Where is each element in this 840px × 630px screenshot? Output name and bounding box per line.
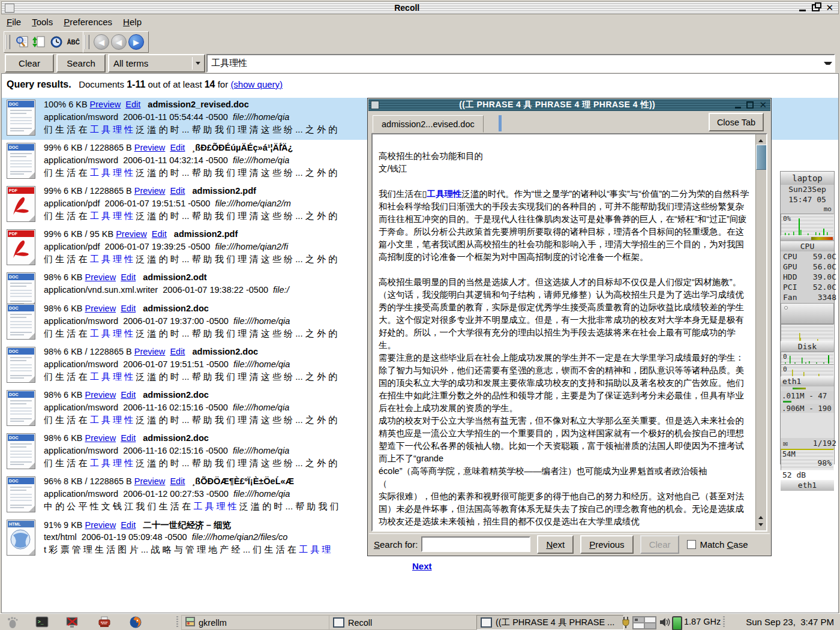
gkrellm-cpu-chart[interactable]: 0%	[781, 214, 834, 236]
workspace-pager[interactable]	[632, 616, 656, 629]
chevron-down-icon[interactable]	[192, 57, 203, 70]
gkrellm-temps: CPU59.0CGPU56.0CHDD39.0CPCI52.0C	[781, 251, 834, 292]
toolbar-grip[interactable]	[5, 35, 10, 49]
preview-content[interactable]: 高校招生的社会功能和目的 文/钱江我们生活在▯工具理性泛滥的时代。作为“世之显学…	[371, 133, 767, 532]
nav-forward-icon[interactable]: ▶	[128, 34, 144, 50]
edit-link[interactable]: Edit	[170, 476, 185, 486]
clear-button[interactable]: Clear	[5, 54, 54, 73]
preview-search-icon[interactable]	[14, 34, 30, 50]
snippet-text: 泛 滥 的 时 ... 帮 助 我 们	[237, 501, 339, 511]
find-previous-button[interactable]: Previous	[580, 535, 633, 554]
task-button-preview[interactable]: ((工 PHRASE 4 具 PHRASE ...	[476, 615, 624, 630]
result-title: admission2.odt	[143, 272, 206, 282]
preview-link[interactable]: Preview	[85, 520, 116, 530]
preview-link[interactable]: Preview	[134, 347, 166, 356]
gkrellm-mail[interactable]: ✉1/192	[781, 438, 839, 449]
menu-file[interactable]: File	[1, 16, 26, 28]
xkill-icon[interactable]	[65, 615, 79, 629]
preview-paragraph: 我们生活在▯工具理性泛滥的时代。作为“世之显学”的诸种以“事实”与“价值”的二分…	[379, 188, 749, 263]
result-title: ¸ßÕÐÖÆ¶È£ºÏ¡È±ÖеĹ«Æ	[193, 476, 295, 486]
preview-text[interactable]: 高校招生的社会功能和目的 文/钱江我们生活在▯工具理性泛滥的时代。作为“世之显学…	[373, 134, 756, 530]
maximize-icon[interactable]	[812, 4, 820, 11]
edit-link[interactable]: Edit	[170, 143, 185, 152]
preview-link[interactable]: Preview	[134, 186, 166, 196]
edit-link[interactable]: Edit	[152, 229, 167, 239]
preview-link[interactable]: Preview	[85, 390, 116, 400]
show-query-link[interactable]: (show query)	[230, 79, 283, 89]
gnome-menu-icon[interactable]	[5, 615, 19, 629]
window-menu-button[interactable]	[5, 4, 14, 13]
main-titlebar[interactable]: Recoll ✕	[1, 1, 839, 14]
match-case-label[interactable]: Match Case	[700, 539, 748, 550]
result-url: file:///home/qia	[233, 316, 290, 326]
nav-back-icon[interactable]: ◀	[111, 34, 127, 50]
edit-link[interactable]: Edit	[121, 433, 136, 443]
edit-link[interactable]: Edit	[121, 390, 136, 400]
snippet-text: 中 的 公 平 性 文 钱 江 我 们 生 活 在	[44, 501, 193, 511]
scrollbar-thumb[interactable]	[756, 145, 767, 170]
search-button[interactable]: Search	[56, 54, 106, 73]
history-clock-icon[interactable]	[49, 34, 64, 50]
menu-preferences[interactable]: Preferences	[58, 16, 118, 28]
maximize-icon[interactable]	[746, 101, 754, 109]
workspace-2[interactable]	[644, 617, 656, 623]
query-input[interactable]: 工具理性	[206, 54, 835, 73]
spellcheck-icon[interactable]: ÅBĈ	[65, 34, 81, 50]
next-page-link[interactable]: Next	[412, 561, 432, 571]
workspace-4[interactable]	[644, 623, 656, 629]
task-button-recoll[interactable]: Recoll	[329, 615, 478, 630]
nav-back-icon[interactable]: ◀	[94, 34, 109, 50]
minimize-icon[interactable]	[799, 10, 806, 11]
workspace-1[interactable]	[633, 617, 644, 623]
minimize-icon[interactable]	[735, 107, 741, 109]
cpufreq-icon[interactable]	[672, 616, 682, 630]
menu-help[interactable]: Help	[118, 16, 147, 28]
search-mode-select[interactable]: All terms	[108, 54, 205, 73]
edit-link[interactable]: Edit	[121, 520, 136, 530]
typewriter-icon[interactable]	[97, 615, 112, 629]
toolbar-grip[interactable]	[85, 35, 89, 49]
preview-link[interactable]: Preview	[90, 100, 121, 109]
preview-tab[interactable]: admission2...evised.doc	[373, 115, 484, 133]
preview-link[interactable]: Preview	[85, 433, 116, 443]
preview-link[interactable]: Preview	[85, 304, 116, 313]
pdf-file-icon: PDF	[7, 229, 34, 264]
find-next-button[interactable]: Next	[537, 535, 574, 554]
window-menu-button[interactable]	[371, 101, 379, 109]
close-icon[interactable]: ✕	[759, 101, 767, 109]
preview-paragraph: 高校招生最明显的目的当然是选拔人才。但这选拔人才的目标却不仅仅是人们假定“因材施…	[379, 276, 749, 352]
task-button-gkrellm[interactable]: gkrellm	[181, 615, 330, 630]
taskbar-clock[interactable]: Sun Sep 23, 3:47 PM	[746, 617, 834, 627]
close-icon[interactable]: ✕	[826, 5, 833, 11]
workspace-3[interactable]	[633, 623, 644, 629]
volume-value[interactable]: 52 dB	[781, 470, 834, 480]
result-mime-date: application/msword 2006-11-16 02:15:16 -…	[44, 446, 228, 455]
speaker-icon[interactable]	[658, 615, 672, 629]
cpu-activity-graph	[781, 215, 832, 235]
preview-link[interactable]: Preview	[134, 143, 166, 152]
scroll-up-icon[interactable]	[756, 511, 766, 521]
close-tab-button[interactable]: Close Tab	[709, 113, 764, 131]
preview-link[interactable]: Preview	[134, 476, 166, 486]
menu-tools[interactable]: Tools	[26, 16, 58, 28]
firefox-icon[interactable]	[128, 615, 143, 629]
edit-link[interactable]: Edit	[121, 272, 136, 282]
edit-link[interactable]: Edit	[170, 186, 185, 196]
edit-link[interactable]: Edit	[170, 347, 185, 356]
query-history-icon[interactable]	[824, 62, 832, 67]
find-input[interactable]	[421, 536, 530, 552]
terminal-icon[interactable]: >_	[35, 615, 49, 629]
preview-link[interactable]: Preview	[116, 229, 147, 239]
power-plug-icon[interactable]	[620, 615, 631, 629]
gkrellm-monitor[interactable]: laptop Sun23Sep 15:47 05 mo 0% CPU CPU59…	[780, 171, 835, 464]
preview-titlebar[interactable]: ((工 PHRASE 4 具 PHRASE 4 理 PHRASE 4 性)) ✕	[368, 99, 770, 111]
preview-scrollbar[interactable]	[755, 134, 766, 530]
edit-link[interactable]: Edit	[121, 304, 136, 313]
scroll-up-icon[interactable]	[756, 134, 766, 144]
edit-link[interactable]: Edit	[125, 100, 140, 109]
scroll-down-icon[interactable]	[756, 521, 766, 530]
preview-link[interactable]: Preview	[85, 272, 116, 282]
sort-doc-icon[interactable]	[31, 34, 47, 50]
match-case-checkbox[interactable]	[687, 540, 696, 549]
doc-file-icon: DOC	[7, 347, 34, 382]
